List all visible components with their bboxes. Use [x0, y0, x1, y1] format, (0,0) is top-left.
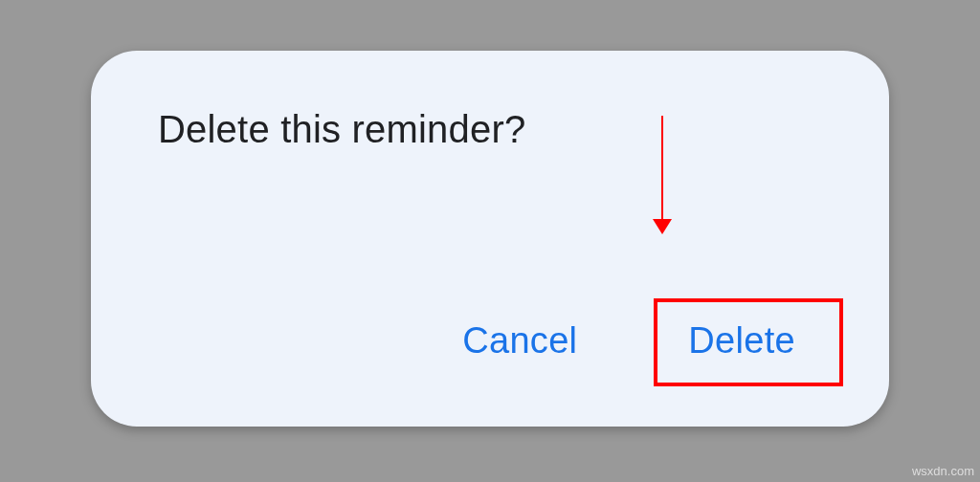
cancel-button[interactable]: Cancel	[435, 303, 604, 379]
watermark-text: wsxdn.com	[912, 464, 974, 478]
dialog-title: Delete this reminder?	[158, 108, 822, 151]
annotation-arrow-icon	[653, 116, 672, 234]
delete-button[interactable]: Delete	[661, 303, 822, 379]
dialog-actions: Cancel Delete	[435, 303, 822, 379]
confirmation-dialog: Delete this reminder? Cancel Delete	[91, 51, 889, 427]
